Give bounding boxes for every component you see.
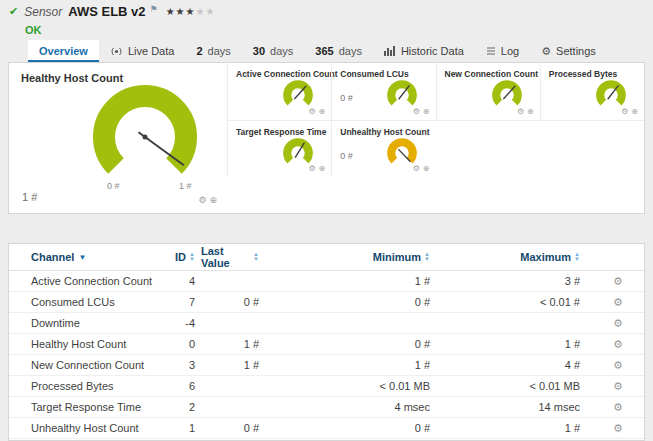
- gear-icon[interactable]: ⚙: [613, 317, 623, 329]
- table-header-row: Channel ▼ ID ▲▼ Last Value ▲▼ Minimum ▲▼…: [9, 244, 644, 271]
- gauge-action-icons[interactable]: ⚙⊕: [198, 195, 217, 205]
- channel-maximum: < 0.01 MB: [444, 380, 592, 392]
- channel-minimum: < 0.01 MB: [265, 380, 444, 392]
- gauge-action-icons[interactable]: ⚙⊕: [621, 107, 638, 116]
- gear-icon[interactable]: ⚙: [613, 401, 623, 413]
- channel-row[interactable]: Active Connection Count 4 1 # 3 # ⚙: [9, 271, 644, 292]
- channel-settings-button[interactable]: ⚙: [592, 422, 644, 435]
- tab-live-data[interactable]: Live Data: [99, 40, 185, 62]
- channel-name[interactable]: Target Response Time: [9, 401, 157, 413]
- channel-settings-button[interactable]: ⚙: [592, 317, 644, 330]
- gear-icon[interactable]: ⚙: [613, 275, 623, 287]
- column-header-id[interactable]: ID ▲▼: [157, 251, 201, 263]
- compare-icon[interactable]: ⊕: [319, 164, 326, 173]
- sort-toggle-icon: ▲▼: [574, 252, 580, 262]
- gauge-action-icons[interactable]: ⚙⊕: [413, 164, 430, 173]
- tab-365-days[interactable]: 365 days: [304, 40, 373, 62]
- tab-2-days[interactable]: 2 days: [185, 40, 241, 62]
- channel-row[interactable]: Target Response Time 2 4 msec 14 msec ⚙: [9, 397, 644, 418]
- channel-id: 0: [157, 338, 201, 350]
- channel-name[interactable]: Downtime: [9, 317, 157, 329]
- channel-maximum: 1 #: [444, 422, 592, 434]
- star-empty-icon: ★★: [196, 6, 216, 17]
- compare-icon[interactable]: ⊕: [527, 107, 534, 116]
- tab-settings[interactable]: ⚙ Settings: [530, 40, 607, 62]
- gear-icon[interactable]: ⚙: [613, 422, 623, 434]
- column-label: Last Value: [201, 245, 250, 269]
- channel-settings-button[interactable]: ⚙: [592, 401, 644, 414]
- gear-icon[interactable]: ⚙: [198, 195, 206, 205]
- priority-stars[interactable]: ★★★★★: [166, 6, 216, 17]
- gear-icon[interactable]: ⚙: [413, 107, 420, 116]
- compare-icon[interactable]: ⊕: [209, 195, 217, 205]
- compare-icon[interactable]: ⊕: [423, 107, 430, 116]
- gear-icon[interactable]: ⚙: [613, 338, 623, 350]
- channel-id: 7: [157, 296, 201, 308]
- channel-maximum: 1 #: [444, 338, 592, 350]
- gear-icon[interactable]: ⚙: [308, 107, 315, 116]
- channel-id: 6: [157, 380, 201, 392]
- channel-id: 1: [157, 422, 201, 434]
- channel-row[interactable]: Healthy Host Count 0 1 # 0 # 1 # ⚙: [9, 334, 644, 355]
- gauge-cell: Active Connection Count ⚙⊕: [227, 63, 331, 120]
- gear-icon[interactable]: ⚙: [613, 359, 623, 371]
- sort-desc-icon: ▼: [78, 253, 86, 262]
- channel-settings-button[interactable]: ⚙: [592, 359, 644, 372]
- gear-icon[interactable]: ⚙: [517, 107, 524, 116]
- column-header-channel[interactable]: Channel ▼: [9, 251, 157, 263]
- channel-row[interactable]: Consumed LCUs 7 0 # 0 # < 0.01 # ⚙: [9, 292, 644, 313]
- channel-last-value: 1 #: [201, 359, 265, 371]
- channel-id: 3: [157, 359, 201, 371]
- tab-overview[interactable]: Overview: [28, 40, 99, 62]
- column-label: Maximum: [520, 251, 571, 263]
- gauge-dial: [87, 79, 203, 195]
- column-header-maximum[interactable]: Maximum ▲▼: [444, 251, 592, 263]
- channel-row[interactable]: Unhealthy Host Count 1 0 # 0 # 1 # ⚙: [9, 418, 644, 439]
- gear-icon[interactable]: ⚙: [613, 380, 623, 392]
- gauge-cell-empty: [540, 120, 644, 177]
- channel-settings-button[interactable]: ⚙: [592, 380, 644, 393]
- tab-bar: Overview Live Data 2 days 30 days 365 da…: [8, 40, 645, 62]
- tab-label: Historic Data: [401, 45, 464, 57]
- gear-icon[interactable]: ⚙: [621, 107, 628, 116]
- flag-icon[interactable]: ⚑: [150, 4, 158, 14]
- channel-settings-button[interactable]: ⚙: [592, 296, 644, 309]
- gear-icon[interactable]: ⚙: [413, 164, 420, 173]
- channel-settings-button[interactable]: ⚙: [592, 338, 644, 351]
- tab-30-days[interactable]: 30 days: [242, 40, 305, 62]
- gauge-cell: Target Response Time ⚙⊕: [227, 120, 331, 177]
- gear-icon[interactable]: ⚙: [613, 296, 623, 308]
- compare-icon[interactable]: ⊕: [631, 107, 638, 116]
- sensor-title: AWS ELB v2: [68, 4, 145, 19]
- compare-icon[interactable]: ⊕: [423, 164, 430, 173]
- gauge-action-icons[interactable]: ⚙⊕: [308, 164, 325, 173]
- compare-icon[interactable]: ⊕: [319, 107, 326, 116]
- column-header-last-value[interactable]: Last Value ▲▼: [201, 245, 265, 269]
- sort-toggle-icon: ▲▼: [424, 252, 430, 262]
- channel-row[interactable]: Downtime -4 ⚙: [9, 313, 644, 334]
- gauge-action-icons[interactable]: ⚙⊕: [517, 107, 534, 116]
- channel-name[interactable]: Unhealthy Host Count: [9, 422, 157, 434]
- gauge-action-icons[interactable]: ⚙⊕: [308, 107, 325, 116]
- channel-minimum: 0 #: [265, 338, 444, 350]
- channel-name[interactable]: Active Connection Count: [9, 275, 157, 287]
- channel-settings-button[interactable]: ⚙: [592, 275, 644, 288]
- gauge-cell: Unhealthy Host Count 0 # ⚙⊕: [331, 120, 435, 177]
- tab-historic-data[interactable]: Historic Data: [373, 40, 475, 62]
- channel-minimum: 1 #: [265, 275, 444, 287]
- channel-name[interactable]: New Connection Count: [9, 359, 157, 371]
- channel-name[interactable]: Consumed LCUs: [9, 296, 157, 308]
- gear-icon[interactable]: ⚙: [308, 164, 315, 173]
- column-label: ID: [175, 251, 186, 263]
- channel-name[interactable]: Healthy Host Count: [9, 338, 157, 350]
- channel-name[interactable]: Processed Bytes: [9, 380, 157, 392]
- channel-row[interactable]: Processed Bytes 6 < 0.01 MB < 0.01 MB ⚙: [9, 376, 644, 397]
- channel-maximum: 4 #: [444, 359, 592, 371]
- column-header-minimum[interactable]: Minimum ▲▼: [265, 251, 444, 263]
- sort-toggle-icon: ▲▼: [253, 252, 259, 262]
- gauge-action-icons[interactable]: ⚙⊕: [413, 107, 430, 116]
- channel-row[interactable]: New Connection Count 3 1 # 1 # 4 # ⚙: [9, 355, 644, 376]
- tab-log[interactable]: Log: [475, 40, 530, 62]
- gauge-last-value: 0 #: [340, 93, 353, 103]
- gauge-scale-max: 1 #: [179, 181, 192, 191]
